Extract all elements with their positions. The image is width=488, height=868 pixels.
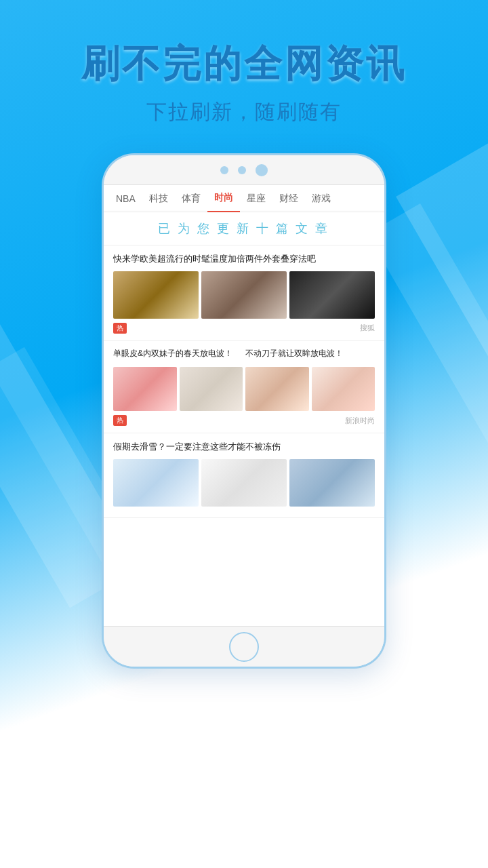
phone-content: NBA 科技 体育 时尚 星座 财经 游戏 已 为 您 更 新 十 篇 文 章 … [104, 185, 384, 626]
main-title: 刷不完的全网资讯 [0, 41, 488, 86]
news-list: 快来学欧美超流行的时髦温度加倍两件外套叠穿法吧 热 搜狐 [104, 245, 384, 518]
tab-tech[interactable]: 科技 [142, 185, 175, 212]
news-img-2-1 [113, 367, 177, 411]
phone-mockup: NBA 科技 体育 时尚 星座 财经 游戏 已 为 您 更 新 十 篇 文 章 … [0, 153, 488, 669]
phone-sensor-mid [238, 166, 246, 174]
tab-games[interactable]: 游戏 [305, 185, 338, 212]
news-img-1-3 [289, 271, 375, 319]
news-img-2-2 [180, 367, 243, 411]
sub-title: 下拉刷新，随刷随有 [0, 98, 488, 126]
refresh-text: 已 为 您 更 新 十 篇 文 章 [115, 220, 373, 237]
news-item-2[interactable]: 单眼皮&内双妹子的春天放电波！ 不动刀子就让双眸放电波！ 热 [104, 341, 384, 434]
news-img-2-3 [245, 367, 309, 411]
news-img-3-3 [289, 459, 375, 507]
phone-body: NBA 科技 体育 时尚 星座 财经 游戏 已 为 您 更 新 十 篇 文 章 … [102, 153, 386, 669]
news-title-2-right: 不动刀子就让双眸放电波！ [245, 348, 375, 359]
news-img-1-2 [201, 271, 287, 319]
news-img-3-1 [113, 459, 199, 507]
hot-badge-2: 热 [113, 415, 127, 426]
phone-top-bar [104, 155, 384, 185]
tab-finance[interactable]: 财经 [272, 185, 305, 212]
source-2: 新浪时尚 [345, 416, 375, 426]
tab-horoscope[interactable]: 星座 [240, 185, 272, 212]
news-item-3[interactable]: 假期去滑雪？一定要注意这些才能不被冻伤 [104, 433, 384, 518]
news-images-1 [113, 271, 375, 319]
news-title-3: 假期去滑雪？一定要注意这些才能不被冻伤 [113, 440, 375, 454]
news-img-1-1 [113, 271, 199, 319]
news-img-3-2 [201, 459, 287, 507]
tab-bar: NBA 科技 体育 时尚 星座 财经 游戏 [104, 185, 384, 212]
home-button[interactable] [229, 632, 259, 662]
tab-fashion[interactable]: 时尚 [207, 185, 240, 212]
phone-bottom-bar [104, 626, 384, 667]
hot-badge-1: 热 [113, 323, 127, 334]
news-title-2-left: 单眼皮&内双妹子的春天放电波！ [113, 348, 243, 359]
header: 刷不完的全网资讯 下拉刷新，随刷随有 [0, 0, 488, 126]
news-item-1[interactable]: 快来学欧美超流行的时髦温度加倍两件外套叠穿法吧 热 搜狐 [104, 245, 384, 341]
refresh-banner: 已 为 您 更 新 十 篇 文 章 [104, 212, 384, 245]
news-images-2 [113, 367, 375, 411]
news-images-3 [113, 459, 375, 507]
phone-camera [256, 164, 268, 176]
news-meta-1: 热 搜狐 [113, 323, 375, 334]
news-title-1: 快来学欧美超流行的时髦温度加倍两件外套叠穿法吧 [113, 252, 375, 266]
news-images-2-top: 单眼皮&内双妹子的春天放电波！ 不动刀子就让双眸放电波！ [113, 348, 375, 363]
tab-nba[interactable]: NBA [109, 185, 142, 212]
phone-sensor-left [220, 166, 228, 174]
news-meta-2: 热 新浪时尚 [113, 415, 375, 426]
tab-sports[interactable]: 体育 [175, 185, 207, 212]
source-1: 搜狐 [360, 323, 375, 333]
news-img-2-4 [312, 367, 375, 411]
